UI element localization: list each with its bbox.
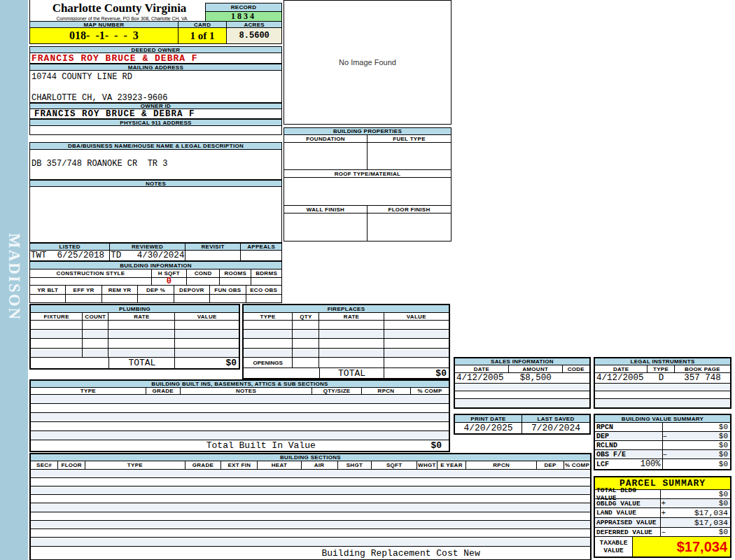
bvs-sign	[663, 459, 671, 469]
county-title: Charlotte County Virginia	[30, 0, 209, 15]
instrument-bookpage: 357 748	[675, 373, 730, 383]
instrument-type: D	[648, 373, 675, 383]
fireplaces-col-rate: RATE	[319, 313, 384, 320]
yrblt-label: YR BLT	[30, 286, 66, 294]
fireplaces-col-value: VALUE	[384, 313, 449, 320]
bs-col-heat: HEAT	[258, 461, 301, 469]
plumbing-col-value: VALUE	[175, 313, 239, 320]
sale-amount: $8,500	[509, 373, 563, 383]
building-sections-footer: Building Replacement Cost New	[31, 547, 590, 559]
building-properties-title: BUILDING PROPERTIES	[284, 128, 451, 135]
map-value-row: 018- -1- - - 3 1 of 1 8.5600	[29, 28, 282, 44]
building-info-header1: CONSTRUCTION STYLE H SQFT COND ROOMS BDR…	[29, 270, 282, 278]
bvs-label: RCLND	[595, 441, 663, 449]
bs-col-dep: DEP	[537, 461, 564, 469]
bvs-value: $0	[671, 441, 730, 449]
bs-col-whgt: WHGT	[417, 461, 438, 469]
wall-floor-area	[284, 214, 451, 241]
fireplaces-total-value: $0	[384, 368, 449, 378]
table-row	[31, 395, 449, 404]
sales-col-amount: AMOUNT	[509, 365, 563, 372]
sale-date: 4/12/2005	[455, 373, 509, 383]
bs-col-grade: GRADE	[186, 461, 222, 469]
sale-code	[563, 373, 589, 383]
table-row	[31, 339, 239, 349]
bvs-sign	[663, 423, 671, 431]
mailing-address-label: MAILING ADDRESS	[29, 64, 282, 71]
table-row	[31, 521, 590, 529]
dep-pct-label: DEP %	[138, 286, 174, 294]
effyr-label: EFF YR	[66, 286, 102, 294]
building-sections-title: BUILDING SECTIONS	[31, 454, 590, 461]
legal-col-bookpage: BOOK PAGE	[675, 365, 730, 372]
replacement-cost-label: Building Replacement Cost New	[321, 547, 479, 559]
print-date-label: PRINT DATE	[455, 415, 522, 422]
deeded-owner-value: FRANCIS ROY BRUCE & DEBRA F	[29, 53, 282, 64]
plumbing-table: PLUMBING FIXTURE COUNT RATE VALUE TOTAL …	[29, 304, 240, 370]
foundation-fuel-area	[284, 143, 451, 170]
floor-finish-label: FLOOR FINISH	[368, 206, 451, 213]
print-date-value: 4/20/2025	[455, 423, 522, 433]
sales-title: SALES INFORMATION	[455, 358, 589, 365]
revisit-label: REVISIT	[186, 244, 241, 250]
bvs-sign	[663, 441, 671, 449]
parcel-value: $17,034	[670, 508, 730, 517]
built-ins-total-row: Total Built In Value $0	[31, 440, 449, 451]
bs-col-air: AIR	[302, 461, 338, 469]
map-header-row: MAP NUMBER CARD ACRES	[29, 21, 282, 28]
builtins-col-grade: GRADE	[146, 388, 181, 394]
bvs-sign: –	[663, 432, 671, 440]
bs-col-type: TYPE	[85, 461, 185, 469]
bvs-row: LCF 100% $0	[595, 459, 730, 469]
acres-label: ACRES	[227, 22, 281, 27]
review-value-row: TWT 6/25/2018 TD 4/30/2024	[29, 251, 282, 261]
bdrms-label: BDRMS	[251, 270, 281, 277]
bs-col-eyear: E YEAR	[438, 461, 467, 469]
bvs-row: OBS F/E – $0	[595, 450, 730, 459]
parcel-sign: +	[661, 499, 671, 507]
plumbing-title: PLUMBING	[31, 305, 239, 313]
reviewed-value: TD 4/30/2024	[110, 251, 185, 260]
foundation-label: FOUNDATION	[284, 135, 368, 142]
table-row	[31, 431, 449, 440]
property-record-card: MADISON Charlotte County Virginia Commis…	[0, 0, 735, 560]
table-row	[455, 384, 589, 391]
table-row	[31, 404, 449, 413]
plumbing-total-row: TOTAL $0	[31, 358, 239, 368]
built-ins-total-value: $0	[316, 440, 449, 451]
parcel-value: $0	[670, 499, 730, 507]
sales-col-date: DATE	[455, 365, 509, 372]
remyr-label: REM YR	[102, 286, 138, 294]
table-row	[31, 529, 590, 538]
last-saved-label: LAST SAVED	[522, 415, 589, 422]
table-row	[31, 503, 590, 512]
map-number-value: 018- -1- - - 3	[30, 28, 178, 43]
plumbing-total-label: TOTAL	[108, 358, 175, 368]
record-value: 1834	[206, 12, 281, 21]
acres-value: 8.5600	[227, 28, 281, 43]
card-value: 1 of 1	[178, 28, 227, 43]
table-row	[31, 486, 590, 495]
rooms-label: ROOMS	[220, 270, 251, 277]
fireplaces-table: FIREPLACES TYPE QTY RATE VALUE OPENINGS …	[242, 304, 450, 379]
sidebar: MADISON	[0, 0, 28, 560]
parcel-sign: –	[661, 528, 671, 536]
table-row	[244, 349, 449, 358]
table-row	[31, 470, 590, 478]
owner-id-value: FRANCIS ROY BRUCE & DEBRA F	[29, 109, 282, 119]
record-box: RECORD 1834	[205, 3, 282, 22]
roof-type-label: ROOF TYPE/MATERIAL	[284, 170, 451, 178]
ecoobs-label: ECO OBS	[246, 286, 281, 294]
parcel-row: OBLDG VALUE + $0	[595, 499, 730, 508]
last-saved-value: 7/20/2024	[522, 423, 589, 433]
sales-col-code: CODE	[563, 365, 589, 372]
bs-col-sec: SEC#	[31, 461, 58, 469]
mailing-line1: 10744 COUNTY LINE RD	[30, 71, 281, 82]
lcf-percent: 100%	[640, 459, 662, 469]
table-row	[31, 349, 239, 358]
bvs-value: $0	[671, 423, 730, 431]
wall-finish-label: WALL FINISH	[284, 206, 368, 213]
table-row	[31, 512, 590, 521]
built-ins-title: BUILDING BUILT INS, BASEMENTS, ATTICS & …	[31, 381, 449, 388]
bvs-label: LCF	[596, 461, 609, 468]
